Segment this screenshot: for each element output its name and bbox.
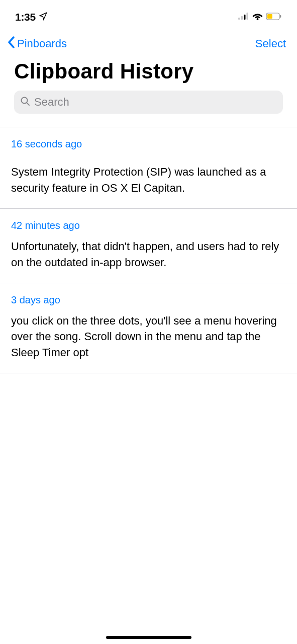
location-icon bbox=[39, 11, 48, 23]
status-right bbox=[238, 13, 282, 22]
list-item[interactable]: 42 minutes ago Unfortunately, that didn'… bbox=[0, 209, 297, 283]
item-content: System Integrity Protection (SIP) was la… bbox=[11, 164, 286, 196]
status-bar: 1:35 bbox=[0, 0, 297, 25]
svg-rect-1 bbox=[241, 16, 243, 20]
svg-rect-0 bbox=[238, 18, 240, 20]
back-button[interactable]: Pinboards bbox=[7, 36, 67, 51]
item-timestamp: 16 seconds ago bbox=[11, 138, 286, 150]
battery-icon bbox=[266, 13, 282, 22]
svg-rect-2 bbox=[244, 15, 246, 20]
back-label: Pinboards bbox=[17, 37, 67, 50]
cellular-signal-icon bbox=[238, 13, 249, 22]
status-left: 1:35 bbox=[15, 11, 48, 23]
nav-bar: Pinboards Select bbox=[0, 25, 297, 55]
svg-line-9 bbox=[27, 103, 29, 105]
list-item[interactable]: 3 days ago you click on the three dots, … bbox=[0, 283, 297, 374]
svg-rect-6 bbox=[267, 14, 272, 19]
item-timestamp: 3 days ago bbox=[11, 294, 286, 306]
search-container: Search bbox=[0, 91, 297, 122]
page-title: Clipboard History bbox=[0, 55, 297, 91]
chevron-left-icon bbox=[7, 36, 15, 51]
svg-rect-3 bbox=[247, 13, 249, 20]
svg-point-4 bbox=[257, 18, 259, 20]
wifi-icon bbox=[252, 13, 263, 22]
item-timestamp: 42 minutes ago bbox=[11, 220, 286, 231]
list-item[interactable]: 16 seconds ago System Integrity Protecti… bbox=[0, 127, 297, 209]
search-icon bbox=[20, 96, 30, 108]
home-indicator[interactable] bbox=[106, 636, 191, 639]
status-time: 1:35 bbox=[15, 11, 36, 23]
item-content: Unfortunately, that didn't happen, and u… bbox=[11, 238, 286, 271]
svg-rect-7 bbox=[280, 15, 281, 18]
search-input[interactable]: Search bbox=[14, 91, 283, 114]
item-content: you click on the three dots, you'll see … bbox=[11, 313, 286, 361]
select-button[interactable]: Select bbox=[255, 37, 286, 50]
search-placeholder: Search bbox=[34, 96, 69, 109]
